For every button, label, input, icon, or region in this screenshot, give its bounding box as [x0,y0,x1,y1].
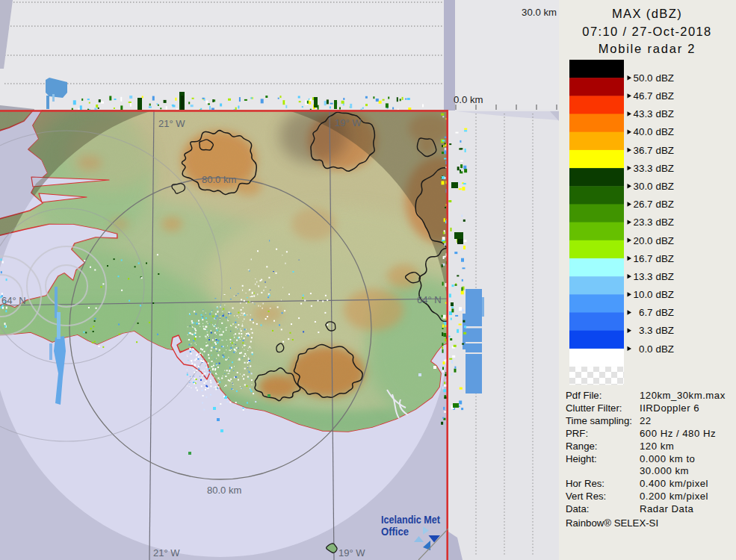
svg-text:10.0: 10.0 [634,289,653,300]
svg-text:64° N: 64° N [1,295,26,306]
svg-text:64° N: 64° N [417,294,442,305]
svg-text:50.0: 50.0 [634,72,653,84]
svg-text:21° W: 21° W [153,547,180,559]
svg-text:19° W: 19° W [338,547,365,559]
svg-text:120km_30km.max: 120km_30km.max [640,390,726,401]
svg-text:dBZ: dBZ [656,90,674,102]
svg-text:Vert Res:: Vert Res: [566,491,606,502]
svg-text:43.3: 43.3 [634,108,653,119]
svg-text:0.400 km/pixel: 0.400 km/pixel [640,478,708,489]
svg-text:Rainbow® SELEX-SI: Rainbow® SELEX-SI [566,517,658,529]
svg-text:Pdf File:: Pdf File: [566,390,602,401]
svg-text:Icelandic Met: Icelandic Met [381,513,440,526]
svg-text:30.0 km: 30.0 km [522,7,557,18]
svg-text:dBZ: dBZ [656,163,674,174]
svg-text:36.7: 36.7 [634,145,653,156]
svg-text:33.3: 33.3 [634,163,653,174]
svg-text:30.0: 30.0 [634,181,653,192]
svg-text:Height:: Height: [566,453,597,464]
svg-text:22: 22 [640,415,652,426]
svg-text:dBZ: dBZ [656,145,674,156]
svg-text:40.0: 40.0 [634,126,653,137]
svg-text:21° W: 21° W [158,118,185,129]
svg-text:dBZ: dBZ [656,108,674,119]
svg-text:dBZ: dBZ [656,289,674,300]
svg-text:dBZ: dBZ [656,307,674,318]
svg-text:PRF:: PRF: [566,428,588,439]
svg-text:13.3: 13.3 [634,271,653,282]
svg-text:dBZ: dBZ [656,271,674,282]
svg-text:Radar Data: Radar Data [640,503,694,514]
svg-text:Mobile radar 2: Mobile radar 2 [599,42,696,55]
svg-text:23.3: 23.3 [634,217,653,228]
svg-text:600 Hz / 480 Hz: 600 Hz / 480 Hz [640,428,716,439]
svg-text:dBZ: dBZ [656,72,674,84]
svg-text:0.000 km to: 0.000 km to [640,453,695,464]
svg-text:80.0 km: 80.0 km [202,174,236,185]
svg-text:Hor Res:: Hor Res: [566,478,604,489]
svg-text:26.7: 26.7 [634,199,653,210]
svg-text:IIRDoppler 6: IIRDoppler 6 [640,402,699,414]
svg-text:dBZ: dBZ [656,126,674,137]
svg-text:0.200 km/pixel: 0.200 km/pixel [640,491,708,502]
svg-text:80.0 km: 80.0 km [207,485,241,496]
svg-text:Range:: Range: [566,441,598,452]
svg-text:20.0: 20.0 [634,235,653,246]
svg-text:MAX (dBZ): MAX (dBZ) [612,7,682,20]
svg-text:dBZ: dBZ [656,181,674,192]
svg-text:46.7: 46.7 [634,90,653,102]
svg-text:6.7: 6.7 [639,307,653,318]
svg-text:dBZ: dBZ [656,253,674,264]
svg-text:19° W: 19° W [335,117,362,128]
svg-text:Office: Office [381,525,409,538]
svg-text:Time sampling:: Time sampling: [566,415,632,426]
svg-text:dBZ: dBZ [656,199,674,210]
svg-text:Data:: Data: [566,503,590,514]
svg-text:dBZ: dBZ [656,235,674,246]
svg-text:120 km: 120 km [640,441,674,452]
svg-text:07:10 / 27-Oct-2018: 07:10 / 27-Oct-2018 [582,25,711,38]
svg-text:0.0 km: 0.0 km [454,94,483,105]
svg-text:3.3: 3.3 [639,325,653,336]
svg-text:0.0: 0.0 [639,343,653,355]
svg-text:16.7: 16.7 [634,253,653,264]
svg-text:Clutter Filter:: Clutter Filter: [566,402,622,414]
svg-text:dBZ: dBZ [656,343,674,355]
svg-text:30.000 km: 30.000 km [640,465,689,476]
svg-text:dBZ: dBZ [656,217,674,228]
svg-text:dBZ: dBZ [656,325,674,336]
